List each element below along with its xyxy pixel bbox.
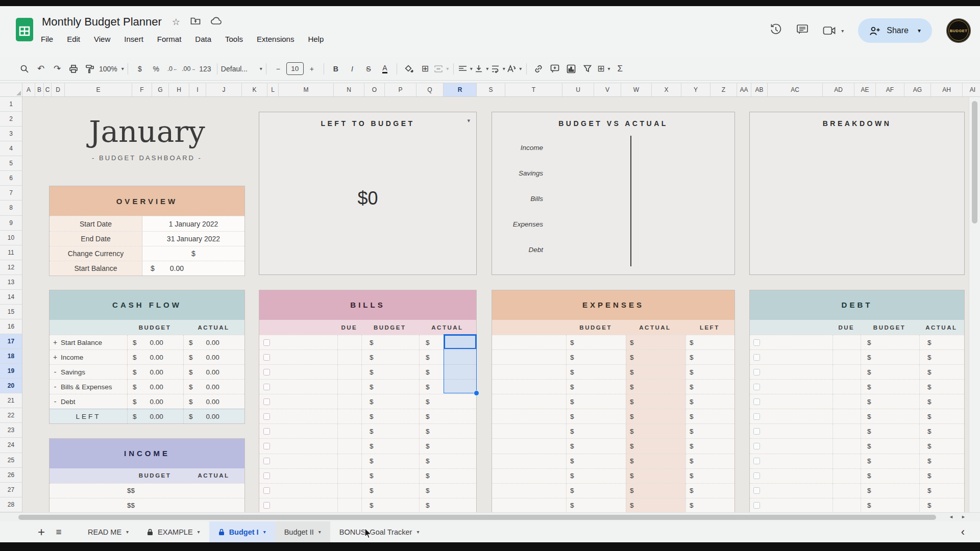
actual-cell[interactable]: $ xyxy=(626,380,685,394)
due-cell[interactable] xyxy=(832,394,861,409)
sheet-tab-budget-1[interactable]: Budget I ▾ xyxy=(209,521,275,542)
insert-chart-button[interactable] xyxy=(563,61,579,77)
row-header-24[interactable]: 24 xyxy=(0,438,22,453)
meet-presentation-icon[interactable]: ▾ xyxy=(823,26,844,36)
column-header-AI[interactable]: AI xyxy=(963,83,980,96)
budget-cell[interactable]: $ xyxy=(861,350,919,364)
actual-cell[interactable]: $0.00 xyxy=(183,335,246,349)
column-header-P[interactable]: P xyxy=(385,83,416,96)
name-cell[interactable] xyxy=(492,350,566,364)
actual-cell[interactable]: $ xyxy=(131,502,135,509)
tab-caret-icon[interactable]: ▾ xyxy=(126,529,129,535)
row-label[interactable]: Debt xyxy=(61,398,127,406)
column-header-X[interactable]: X xyxy=(652,83,681,96)
sheet-tab-read-me[interactable]: READ ME ▾ xyxy=(79,521,138,542)
sheet-tab-budget-2[interactable]: Budget II ▾ xyxy=(275,521,330,542)
actual-cell[interactable]: $ xyxy=(626,409,685,423)
due-cell[interactable] xyxy=(832,380,861,394)
actual-cell[interactable]: $ xyxy=(419,484,477,498)
decrease-font-size-button[interactable]: − xyxy=(270,61,286,77)
name-cell[interactable] xyxy=(750,469,832,483)
budget-cell[interactable]: $ xyxy=(361,394,419,409)
create-filter-button[interactable] xyxy=(579,61,596,77)
budget-cell[interactable]: $ xyxy=(861,380,919,394)
budget-cell[interactable]: $ xyxy=(566,365,626,379)
sheet-tab-bonus-goal-tracker[interactable]: BONUS: Goal Tracker ▾ xyxy=(330,521,429,542)
budget-cell[interactable]: $ xyxy=(361,335,419,349)
name-cell[interactable] xyxy=(259,439,337,453)
strikethrough-button[interactable]: S xyxy=(360,61,377,77)
chart-menu-caret-icon[interactable]: ▾ xyxy=(467,117,470,124)
due-cell[interactable] xyxy=(832,365,861,379)
budget-cell[interactable]: $ xyxy=(861,365,919,379)
actual-cell[interactable]: $0.00 xyxy=(183,409,246,423)
budget-cell[interactable]: $ xyxy=(861,409,919,423)
overview-row-label[interactable]: End Date xyxy=(50,232,142,246)
actual-cell[interactable]: $ xyxy=(626,439,685,453)
add-sheet-button[interactable]: + xyxy=(33,525,50,539)
fill-color-button[interactable] xyxy=(401,61,417,77)
undo-button[interactable]: ↶ xyxy=(33,61,49,77)
actual-cell[interactable]: $ xyxy=(919,484,965,498)
column-header-C[interactable]: C xyxy=(44,83,52,96)
budget-cell[interactable]: $ xyxy=(361,439,419,453)
row-checkbox[interactable] xyxy=(753,384,760,390)
actual-cell[interactable]: $ xyxy=(419,498,477,512)
cell-selection[interactable] xyxy=(444,334,477,393)
budget-cell[interactable]: $ xyxy=(361,380,419,394)
column-header-G[interactable]: G xyxy=(152,83,169,96)
paint-format-button[interactable] xyxy=(82,61,98,77)
name-cell[interactable] xyxy=(750,498,832,512)
actual-cell[interactable]: $ xyxy=(419,409,477,423)
name-cell[interactable] xyxy=(259,365,337,379)
row-header-11[interactable]: 11 xyxy=(0,245,22,260)
format-currency-button[interactable]: $ xyxy=(132,61,148,77)
due-cell[interactable] xyxy=(337,365,361,379)
increase-decimal-button[interactable]: .00→ xyxy=(181,61,197,77)
increase-font-size-button[interactable]: + xyxy=(304,61,320,77)
actual-cell[interactable]: $0.00 xyxy=(183,365,246,379)
due-cell[interactable] xyxy=(832,439,861,453)
fill-handle[interactable] xyxy=(474,390,479,396)
overview-row-value[interactable]: $ 0.00 xyxy=(142,264,244,272)
overview-row-value[interactable]: $ xyxy=(142,249,244,258)
row-header-23[interactable]: 23 xyxy=(0,423,22,438)
due-cell[interactable] xyxy=(832,409,861,423)
name-cell[interactable] xyxy=(750,335,832,349)
budget-cell[interactable]: $ xyxy=(566,350,626,364)
actual-cell[interactable]: $ xyxy=(919,409,965,423)
table-views-button[interactable]: ⊞ ▾ xyxy=(596,61,612,77)
row-checkbox[interactable] xyxy=(263,354,270,361)
horizontal-align-button[interactable]: ▾ xyxy=(457,61,474,77)
row-checkbox[interactable] xyxy=(263,384,270,390)
column-header-AH[interactable]: AH xyxy=(931,83,963,96)
budget-cell[interactable]: $ xyxy=(861,454,919,468)
row-header-2[interactable]: 2 xyxy=(0,112,22,127)
spreadsheet-canvas[interactable]: January - BUDGET DASHBOARD - OVERVIEW St… xyxy=(22,97,969,512)
budget-cell[interactable]: $0.00 xyxy=(127,350,183,364)
row-header-13[interactable]: 13 xyxy=(0,275,22,290)
font-select[interactable]: Defaul... ▾ xyxy=(221,61,262,77)
column-label-left[interactable]: LEFT xyxy=(685,324,734,331)
name-cell[interactable] xyxy=(259,335,337,349)
actual-cell[interactable]: $0.00 xyxy=(183,350,246,364)
column-label-due[interactable]: DUE xyxy=(337,324,361,331)
column-header-AC[interactable]: AC xyxy=(768,83,823,96)
left-cell[interactable]: $ xyxy=(685,394,736,409)
actual-cell[interactable]: $ xyxy=(626,424,685,438)
left-cell[interactable]: $ xyxy=(685,484,736,498)
column-header-S[interactable]: S xyxy=(477,83,505,96)
cloud-status-icon[interactable] xyxy=(211,17,222,28)
actual-cell[interactable]: $ xyxy=(919,394,965,409)
column-header-AF[interactable]: AF xyxy=(876,83,904,96)
actual-cell[interactable]: $ xyxy=(626,469,685,483)
actual-cell[interactable]: $ xyxy=(419,469,477,483)
budget-cell[interactable]: $ xyxy=(566,424,626,438)
due-cell[interactable] xyxy=(337,335,361,349)
row-checkbox[interactable] xyxy=(753,472,760,479)
budget-cell[interactable]: $ xyxy=(861,469,919,483)
comments-icon[interactable] xyxy=(796,24,808,37)
select-all-corner[interactable] xyxy=(0,83,22,96)
due-cell[interactable] xyxy=(337,439,361,453)
row-checkbox[interactable] xyxy=(753,339,760,346)
